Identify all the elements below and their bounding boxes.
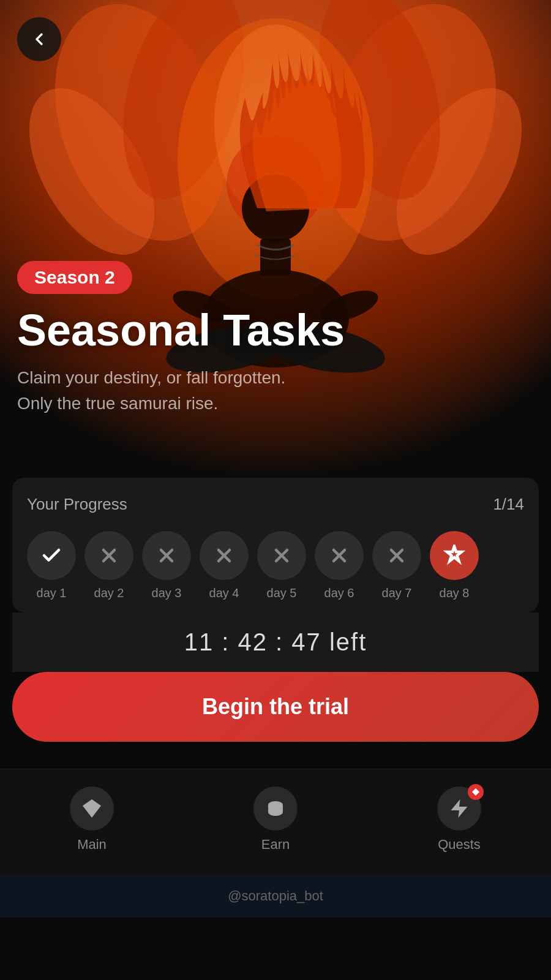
- hero-section: Season 2 Seasonal Tasks Claim your desti…: [0, 0, 551, 478]
- day-circle-3: [142, 531, 191, 580]
- day-item-1[interactable]: day 1: [27, 531, 76, 600]
- day-label-2: day 2: [94, 586, 124, 600]
- svg-rect-12: [260, 239, 291, 276]
- day-label-8: day 8: [440, 586, 470, 600]
- begin-trial-button[interactable]: Begin the trial: [12, 672, 539, 742]
- bottom-nav: Main Earn Quests: [0, 769, 551, 875]
- quests-icon-wrap: [437, 786, 481, 831]
- earn-icon-wrap: [253, 786, 298, 831]
- day-label-3: day 3: [152, 586, 182, 600]
- nav-item-main[interactable]: Main: [0, 786, 184, 853]
- day-circle-1: [27, 531, 76, 580]
- badge-diamond-icon: [472, 788, 479, 796]
- coins-icon: [264, 797, 287, 820]
- svg-marker-30: [451, 799, 468, 818]
- day-circle-4: [200, 531, 249, 580]
- day-item-2[interactable]: day 2: [84, 531, 133, 600]
- day-circle-7: [372, 531, 421, 580]
- back-button[interactable]: [17, 17, 61, 61]
- footer-text: @soratopia_bot: [228, 888, 323, 903]
- day-item-8[interactable]: day 8: [430, 531, 479, 600]
- day-circle-2: [84, 531, 133, 580]
- day-item-3[interactable]: day 3: [142, 531, 191, 600]
- day-item-6[interactable]: day 6: [315, 531, 364, 600]
- day-label-5: day 5: [267, 586, 297, 600]
- nav-item-earn[interactable]: Earn: [184, 786, 367, 853]
- season-badge: Season 2: [17, 261, 132, 294]
- quest-notification-badge: [468, 784, 484, 800]
- nav-label-main: Main: [77, 837, 107, 853]
- page-title: Seasonal Tasks: [17, 307, 534, 354]
- day-label-7: day 7: [382, 586, 412, 600]
- nav-item-quests[interactable]: Quests: [367, 786, 551, 853]
- hero-text-block: Seasonal Tasks Claim your destiny, or fa…: [17, 307, 534, 417]
- progress-header: Your Progress 1/14: [27, 495, 524, 514]
- svg-marker-31: [472, 788, 479, 796]
- day-label-6: day 6: [324, 586, 354, 600]
- timer-display: 11 : 42 : 47 left: [184, 628, 367, 655]
- content-section: Your Progress 1/14 day 1: [0, 478, 551, 754]
- days-row: day 1 day 2: [27, 531, 524, 612]
- day-label-4: day 4: [209, 586, 239, 600]
- progress-count: 1/14: [493, 495, 524, 514]
- nav-label-quests: Quests: [438, 837, 481, 853]
- day-item-5[interactable]: day 5: [257, 531, 306, 600]
- day-circle-5: [257, 531, 306, 580]
- timer-box: 11 : 42 : 47 left: [12, 612, 539, 672]
- day-circle-6: [315, 531, 364, 580]
- day-item-7[interactable]: day 7: [372, 531, 421, 600]
- progress-card: Your Progress 1/14 day 1: [12, 478, 539, 612]
- nav-label-earn: Earn: [261, 837, 290, 853]
- diamond-icon: [81, 797, 103, 820]
- day-label-1: day 1: [37, 586, 67, 600]
- lightning-icon: [448, 797, 470, 820]
- footer-bar: @soratopia_bot: [0, 875, 551, 918]
- hero-subtitle: Claim your destiny, or fall forgotten. O…: [17, 365, 534, 417]
- progress-label: Your Progress: [27, 495, 127, 514]
- main-icon-wrap: [70, 786, 114, 831]
- day-circle-8: [430, 531, 479, 580]
- day-item-4[interactable]: day 4: [200, 531, 249, 600]
